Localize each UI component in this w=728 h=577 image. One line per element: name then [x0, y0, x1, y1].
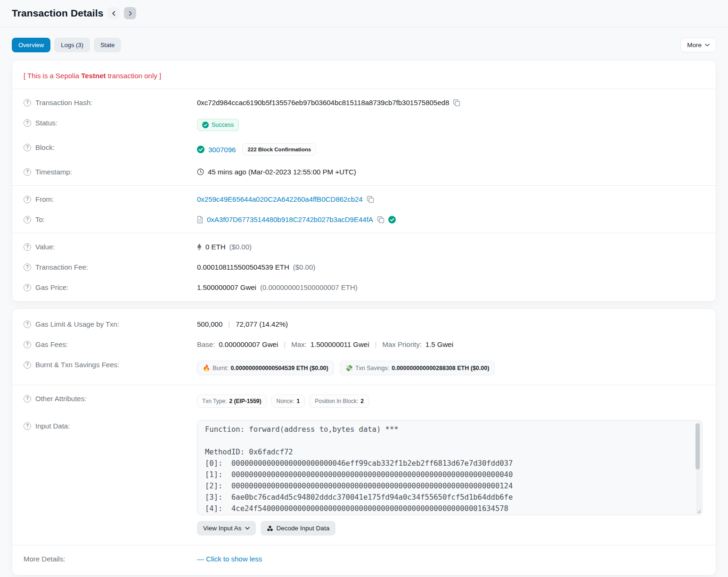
input-data-line: [2]: 00000000000000000000000000000000000…: [205, 480, 695, 492]
to-row: ? To: 0xA3f07D6773514480b918C2742b027b3a…: [24, 209, 704, 230]
help-icon[interactable]: ?: [24, 99, 31, 107]
tab-logs[interactable]: Logs (3): [54, 38, 90, 52]
base-fee-value: 0.000000007 Gwei: [219, 340, 278, 348]
chevron-down-icon: [705, 43, 710, 47]
testnet-warning-bold: Testnet: [81, 72, 106, 80]
block-number-link[interactable]: 3007096: [208, 146, 236, 154]
tab-overview[interactable]: Overview: [12, 38, 50, 52]
eth-icon: [197, 243, 202, 251]
help-icon[interactable]: ?: [24, 196, 31, 203]
max-priority-fee-label: Max Priority:: [382, 340, 421, 348]
help-icon[interactable]: ?: [24, 284, 31, 291]
copy-icon: [453, 99, 460, 107]
separator: |: [226, 320, 232, 328]
value-amount: 0 ETH: [205, 243, 226, 251]
transaction-gas-card: ? Gas Limit & Usage by Txn: 500,000 | 72…: [12, 308, 716, 576]
help-icon[interactable]: ?: [24, 361, 31, 369]
more-dropdown-button[interactable]: More: [680, 38, 716, 52]
transaction-fee-amount: 0.000108115500504539 ETH: [197, 263, 289, 271]
help-icon[interactable]: ?: [24, 395, 31, 403]
input-data-line: [0]: 00000000000000000000000046eff99cab3…: [205, 458, 695, 469]
help-icon[interactable]: ?: [24, 264, 31, 271]
input-data-line: MethodID: 0x6fadcf72: [205, 446, 695, 458]
burnt-savings-label: Burnt & Txn Savings Fees:: [35, 361, 119, 369]
timestamp-label: Timestamp:: [35, 168, 72, 176]
value-label: Value:: [35, 243, 55, 251]
timestamp-value: 45 mins ago (Mar-02-2023 12:55:00 PM +UT…: [208, 168, 356, 176]
block-label: Block:: [35, 143, 55, 151]
value-row: ? Value: 0 ETH ($0.00): [24, 237, 704, 257]
from-label: From:: [35, 195, 54, 203]
gas-usage-value: 72,077 (14.42%): [236, 320, 288, 328]
help-icon[interactable]: ?: [24, 168, 31, 176]
txn-type-value: 2 (EIP-1559): [229, 398, 261, 404]
copy-to-address-button[interactable]: [377, 216, 384, 223]
from-row: ? From: 0x259c49E65644a020C2A642260a4ffB…: [24, 189, 704, 209]
input-scrollbar-thumb[interactable]: [695, 423, 700, 470]
copy-hash-button[interactable]: [453, 99, 460, 107]
status-badge: Success: [197, 119, 239, 131]
contract-file-icon: [197, 216, 203, 223]
copy-from-address-button[interactable]: [367, 196, 374, 203]
view-input-as-button[interactable]: View Input As: [197, 521, 256, 536]
input-data-line: [205, 435, 695, 446]
nonce-value: 1: [297, 398, 300, 404]
help-icon[interactable]: ?: [24, 119, 31, 127]
input-scrollbar-track[interactable]: [696, 421, 701, 514]
burnt-fee-badge: 🔥 Burnt: 0.000000000000504539 ETH ($0.00…: [197, 361, 334, 375]
transaction-hash-label: Transaction Hash:: [35, 99, 92, 107]
help-icon[interactable]: ?: [24, 216, 31, 223]
transaction-fee-label: Transaction Fee:: [35, 263, 88, 271]
transaction-hash-row: ? Transaction Hash: 0xc72d984ccac6190b5f…: [24, 92, 704, 113]
help-icon[interactable]: ?: [24, 321, 31, 328]
resize-grip-icon[interactable]: [696, 509, 701, 514]
divider: [12, 89, 716, 89]
verified-check-circle-icon: [388, 216, 396, 223]
nonce-badge: Nonce: 1: [271, 395, 305, 408]
copy-icon: [367, 196, 374, 203]
from-address-link[interactable]: 0x259c49E65644a020C2A642260a4ffB0CD862cb…: [197, 195, 363, 203]
decode-input-data-button[interactable]: Decode Input Data: [261, 521, 336, 536]
help-icon[interactable]: ?: [24, 144, 31, 151]
copy-icon: [377, 216, 384, 223]
page-title: Transaction Details: [12, 8, 103, 19]
help-icon[interactable]: ?: [24, 341, 31, 348]
help-icon[interactable]: ?: [24, 243, 31, 251]
status-label: Status:: [35, 119, 57, 127]
gas-price-row: ? Gas Price: 1.500000007 Gwei (0.0000000…: [24, 277, 704, 297]
nonce-label: Nonce:: [277, 398, 294, 404]
transaction-hash-value: 0xc72d984ccac6190b5f135576eb97b03604bc81…: [197, 99, 449, 107]
tab-state[interactable]: State: [94, 38, 121, 52]
testnet-warning-post: transaction only ]: [106, 72, 162, 80]
testnet-warning-pre: [ This is a Sepolia: [24, 72, 81, 80]
position-in-block-value: 2: [360, 398, 364, 404]
other-attributes-label: Other Attributes:: [35, 395, 86, 403]
fire-icon: 🔥: [203, 364, 210, 371]
gas-fees-label: Gas Fees:: [35, 340, 68, 348]
more-dropdown-label: More: [687, 41, 702, 49]
input-data-textarea[interactable]: Function: forward(address to,bytes data)…: [197, 420, 703, 515]
transaction-fee-usd: ($0.00): [293, 263, 316, 271]
show-less-link[interactable]: — Click to show less: [197, 555, 262, 563]
to-address-link[interactable]: 0xA3f07D6773514480b918C2742b027b3acD9E44…: [207, 215, 373, 223]
block-row: ? Block: 3007096 222 Block Confirmations: [24, 137, 704, 162]
chevron-right-icon: [128, 11, 133, 16]
position-in-block-label: Position In Block:: [315, 398, 358, 404]
divider: [12, 185, 716, 186]
transaction-overview-card: [ This is a Sepolia Testnet transaction …: [12, 60, 716, 302]
next-transaction-button[interactable]: [124, 7, 136, 19]
burnt-savings-row: ? Burnt & Txn Savings Fees: 🔥 Burnt: 0.0…: [24, 354, 704, 381]
txn-savings-label: Txn Savings:: [355, 365, 389, 371]
status-row: ? Status: Success: [24, 113, 704, 137]
input-data-line: [4]: 4ce24f54000000000000000000000000000…: [205, 503, 695, 514]
decode-icon: [267, 525, 273, 532]
txn-type-badge: Txn Type: 2 (EIP-1559): [197, 395, 267, 408]
base-fee-label: Base:: [197, 340, 215, 348]
txn-savings-badge: 💸 Txn Savings: 0.000000000000288308 ETH …: [340, 361, 495, 375]
input-data-row: ? Input Data: Function: forward(address …: [24, 414, 704, 542]
previous-transaction-button[interactable]: [107, 7, 120, 19]
help-icon[interactable]: ?: [24, 422, 31, 430]
to-label: To:: [35, 215, 45, 223]
decode-input-data-label: Decode Input Data: [277, 525, 330, 532]
gas-price-eth: (0.000000001500000007 ETH): [260, 283, 358, 291]
